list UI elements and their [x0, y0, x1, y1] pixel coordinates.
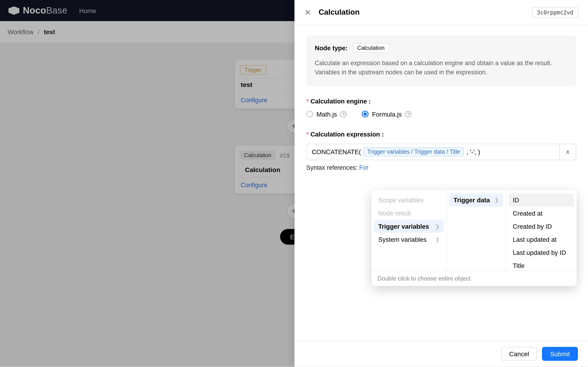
- submit-button[interactable]: Submit: [542, 347, 578, 361]
- radio-formulajs[interactable]: Formula.js ?: [362, 110, 412, 118]
- node-type-label: Node type:: [315, 44, 347, 51]
- cascader-option-last-updated-by-id[interactable]: Last updated by ID: [509, 246, 574, 259]
- cascader-hint: Double click to choose entire object: [372, 270, 577, 286]
- node-type-desc: Calculate an expression based on a calcu…: [315, 59, 568, 77]
- cascader-option-last-updated-at[interactable]: Last updated at: [509, 233, 574, 246]
- node-key-badge[interactable]: 3c0rppmc2vd: [532, 7, 578, 18]
- radio-mathjs[interactable]: Math.js ?: [306, 110, 347, 118]
- cascader-col-2: Trigger data❯: [447, 190, 506, 270]
- help-icon[interactable]: ?: [405, 111, 411, 117]
- drawer-header: ✕ Calculation 3c0rppmc2vd: [294, 0, 588, 25]
- radio-icon: [362, 111, 369, 117]
- cascader-option-id[interactable]: ID: [509, 194, 574, 207]
- chevron-right-icon: ❯: [435, 236, 439, 242]
- expression-input[interactable]: CONCATENATE( Trigger variables / Trigger…: [306, 143, 560, 160]
- cascader-option-scope: Scope variables: [374, 194, 444, 207]
- engine-label: *Calculation engine :: [306, 98, 576, 105]
- drawer: ✕ Calculation 3c0rppmc2vd Node type: Cal…: [294, 0, 588, 367]
- close-icon[interactable]: ✕: [304, 9, 311, 16]
- syntax-reference: Syntax references: For: [306, 164, 576, 171]
- node-info-box: Node type: Calculation Calculate an expr…: [306, 35, 576, 85]
- cascader-col-3: ID Created at Created by ID Last updated…: [506, 190, 577, 270]
- expr-text: CONCATENATE(: [312, 148, 361, 155]
- cascader-option-created-by-id[interactable]: Created by ID: [509, 220, 574, 233]
- cascader-option-trigger-data[interactable]: Trigger data❯: [449, 194, 503, 207]
- cascader-option-trigger-variables[interactable]: Trigger variables❯: [374, 220, 444, 233]
- drawer-title: Calculation: [319, 8, 360, 17]
- cascader-option-created-at[interactable]: Created at: [509, 207, 574, 220]
- help-icon[interactable]: ?: [340, 111, 347, 117]
- radio-label: Math.js: [317, 110, 337, 118]
- variable-picker-button[interactable]: x: [559, 143, 576, 160]
- cascader-option-node-result: Node result: [374, 207, 444, 220]
- drawer-footer: Cancel Submit: [294, 341, 588, 367]
- syntax-link[interactable]: For: [359, 164, 368, 171]
- expr-label: *Calculation expression :: [306, 130, 576, 137]
- chevron-right-icon: ❯: [494, 197, 499, 203]
- chevron-right-icon: ❯: [435, 223, 439, 229]
- drawer-body: Node type: Calculation Calculate an expr…: [294, 25, 588, 341]
- cascader-col-1: Scope variables Node result Trigger vari…: [372, 190, 447, 270]
- variable-token[interactable]: Trigger variables / Trigger data / Title: [363, 147, 464, 156]
- radio-icon: [306, 111, 313, 117]
- radio-label: Formula.js: [372, 110, 402, 118]
- expr-text: , '-', ): [467, 148, 480, 155]
- cascader-option-title[interactable]: Title: [509, 259, 574, 270]
- variable-cascader: Scope variables Node result Trigger vari…: [372, 190, 577, 286]
- cascader-option-system-variables[interactable]: System variables❯: [374, 233, 444, 246]
- engine-radios: Math.js ? Formula.js ?: [306, 110, 576, 118]
- node-type-tag: Calculation: [353, 43, 389, 53]
- cancel-button[interactable]: Cancel: [501, 347, 537, 361]
